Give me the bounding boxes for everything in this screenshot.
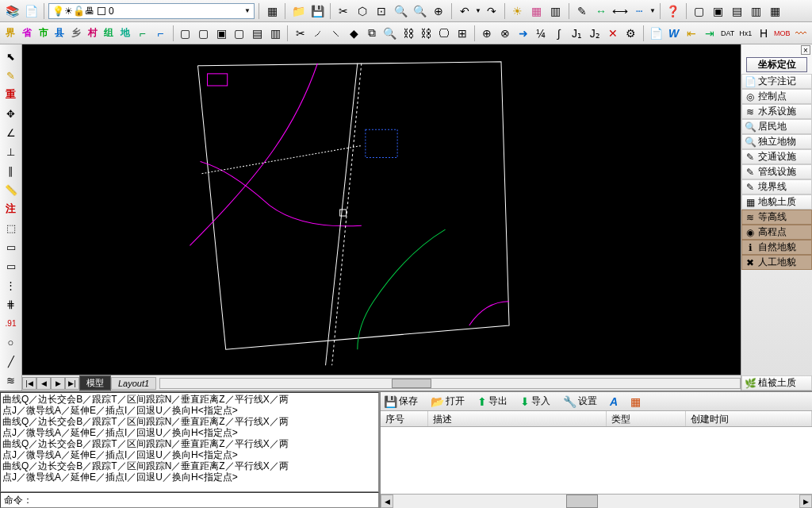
curve-icon[interactable]: 〰 xyxy=(792,25,809,42)
sun2-icon[interactable]: ☀ xyxy=(509,2,527,20)
boundary-button[interactable]: ✎境界线 xyxy=(741,179,812,194)
layer-icon[interactable]: 📄 xyxy=(22,2,40,20)
text_note-button[interactable]: 📄文字注记 xyxy=(741,74,812,89)
char-xian[interactable]: 县 xyxy=(52,25,67,42)
indep-button[interactable]: 🔍独立地物 xyxy=(741,134,812,149)
quarter-icon[interactable]: ¼ xyxy=(533,25,550,42)
ctrl_pt-button[interactable]: ◎控制点 xyxy=(741,89,812,104)
coord-loc-button[interactable]: 坐标定位 xyxy=(746,57,807,72)
nav-next-icon[interactable]: ▶ xyxy=(51,377,65,390)
char-di[interactable]: 地 xyxy=(118,25,133,42)
chain2-icon[interactable]: ⛓ xyxy=(418,25,435,42)
export-button[interactable]: ⬆导出 xyxy=(476,394,509,409)
j1-icon[interactable]: J₁ xyxy=(569,25,585,42)
drawing-canvas[interactable] xyxy=(22,44,741,375)
col-type[interactable]: 类型 xyxy=(607,411,686,426)
shape1-icon[interactable]: ⬚ xyxy=(2,219,20,237)
rect2-icon[interactable]: ▣ xyxy=(710,2,727,20)
node-icon[interactable]: ◆ xyxy=(346,25,362,42)
mesh-icon[interactable]: ⊞ xyxy=(454,25,470,42)
h-icon[interactable]: H xyxy=(756,25,772,42)
traffic-button[interactable]: ✎交通设施 xyxy=(741,149,812,164)
box4-icon[interactable]: ▢ xyxy=(231,25,247,42)
artificial-button[interactable]: ✖人工地貌 xyxy=(741,255,812,270)
offset-icon[interactable]: ⧉ xyxy=(364,25,381,42)
line-icon[interactable]: ╱ xyxy=(2,352,20,370)
char-cun[interactable]: 村 xyxy=(85,25,100,42)
grid-icon[interactable]: ▦ xyxy=(263,2,281,20)
perp-icon[interactable]: ⊥ xyxy=(2,143,20,160)
char-sheng[interactable]: 省 xyxy=(20,25,35,42)
zhong-button[interactable]: 重 xyxy=(2,86,20,103)
ruler-icon[interactable]: 📏 xyxy=(2,181,20,198)
natural-button[interactable]: ℹ自然地貌 xyxy=(741,240,812,255)
col-time[interactable]: 创建时间 xyxy=(686,411,812,426)
box3-icon[interactable]: ▣ xyxy=(213,25,230,42)
para-icon[interactable]: ∥ xyxy=(2,162,20,179)
dat-icon[interactable]: DAT xyxy=(719,25,736,42)
shape2-icon[interactable]: ▭ xyxy=(2,238,20,256)
hx1-icon[interactable]: Hx1 xyxy=(737,25,754,42)
char-jie[interactable]: 界 xyxy=(3,25,18,42)
arrowR-icon[interactable]: ➜ xyxy=(515,25,531,42)
a-button[interactable]: A xyxy=(608,394,619,409)
dash-icon[interactable]: ┄ xyxy=(630,2,648,20)
rect3-icon[interactable]: ▤ xyxy=(729,2,746,20)
move-icon[interactable]: ✥ xyxy=(2,105,20,122)
box6-icon[interactable]: ▥ xyxy=(267,25,284,42)
w-icon[interactable]: W xyxy=(665,25,682,42)
edit-icon[interactable]: ✎ xyxy=(573,2,591,20)
horizontal-scrollbar[interactable] xyxy=(159,378,741,389)
char-xiang[interactable]: 乡 xyxy=(69,25,84,42)
geomorph-button[interactable]: ▦地貌土质 xyxy=(741,194,812,210)
zoom-out-icon[interactable]: 🔍 xyxy=(411,2,428,20)
snap1-icon[interactable]: ⊕ xyxy=(479,25,496,42)
snap2-icon[interactable]: ⊗ xyxy=(497,25,514,42)
undo-icon[interactable]: ↶ xyxy=(456,2,473,20)
zhu-button[interactable]: 注 xyxy=(2,200,20,217)
water-button[interactable]: ≋水系设施 xyxy=(741,104,812,119)
calc-icon[interactable]: ▥ xyxy=(547,2,565,20)
nav-first-icon[interactable]: |◀ xyxy=(22,377,36,390)
align-r-icon[interactable]: ⇥ xyxy=(702,25,718,42)
nav-last-icon[interactable]: ▶| xyxy=(65,377,79,390)
display-icon[interactable]: 🖵 xyxy=(436,25,453,42)
props-scrollbar[interactable]: ◀ ▶ xyxy=(381,494,812,508)
zoom-all-icon[interactable]: ⊕ xyxy=(430,2,447,20)
save-icon[interactable]: 💾 xyxy=(308,2,326,20)
help-icon[interactable]: ❓ xyxy=(665,2,682,20)
x-icon[interactable]: ✕ xyxy=(604,25,621,42)
gear-icon[interactable]: ⚙ xyxy=(622,25,639,42)
layer-dropdown[interactable]: 💡 ☀ 🔓 🖶 0 ▼ xyxy=(48,3,255,19)
hash-icon[interactable]: ⋕ xyxy=(2,295,20,313)
col-desc[interactable]: 描述 xyxy=(428,411,607,426)
freehand-icon[interactable]: ✎ xyxy=(2,67,20,84)
trim-icon[interactable]: ⟋ xyxy=(310,25,327,42)
save-button[interactable]: 💾保存 xyxy=(382,394,419,409)
chain-icon[interactable]: ⛓ xyxy=(400,25,416,42)
box2-icon[interactable]: ▢ xyxy=(195,25,212,42)
poly-icon[interactable]: ⬡ xyxy=(354,2,371,20)
zoom-icon[interactable]: 🔍 xyxy=(382,25,399,42)
dim-icon[interactable]: ↔ xyxy=(592,2,610,20)
rect1-icon[interactable]: ▢ xyxy=(691,2,708,20)
layers-icon[interactable]: 📚 xyxy=(3,2,21,20)
zoom-ext-icon[interactable]: ⊡ xyxy=(373,2,390,20)
zigzag-icon[interactable]: ≋ xyxy=(2,371,20,389)
settings-button[interactable]: 🔧设置 xyxy=(561,394,599,409)
col-seq[interactable]: 序号 xyxy=(381,411,428,426)
cut-icon[interactable]: ✂ xyxy=(335,2,352,20)
box1-icon[interactable]: ▢ xyxy=(178,25,194,42)
grid-button[interactable]: ▦ xyxy=(629,394,642,409)
command-input[interactable] xyxy=(33,495,375,506)
contour-button[interactable]: ≋等高线 xyxy=(741,210,812,225)
import-button[interactable]: ⬇导入 xyxy=(519,394,552,409)
rect4-icon[interactable]: ▥ xyxy=(748,2,765,20)
rect5-icon[interactable]: ▦ xyxy=(767,2,784,20)
int-icon[interactable]: ∫ xyxy=(551,25,568,42)
residence-button[interactable]: 🔍居民地 xyxy=(741,119,812,134)
vegetation-button[interactable]: 🌿 植被土质 xyxy=(741,375,812,391)
tab-layout1[interactable]: Layout1 xyxy=(111,377,156,390)
scroll-right-icon[interactable]: ▶ xyxy=(799,495,812,508)
open-button[interactable]: 📂打开 xyxy=(429,394,466,409)
